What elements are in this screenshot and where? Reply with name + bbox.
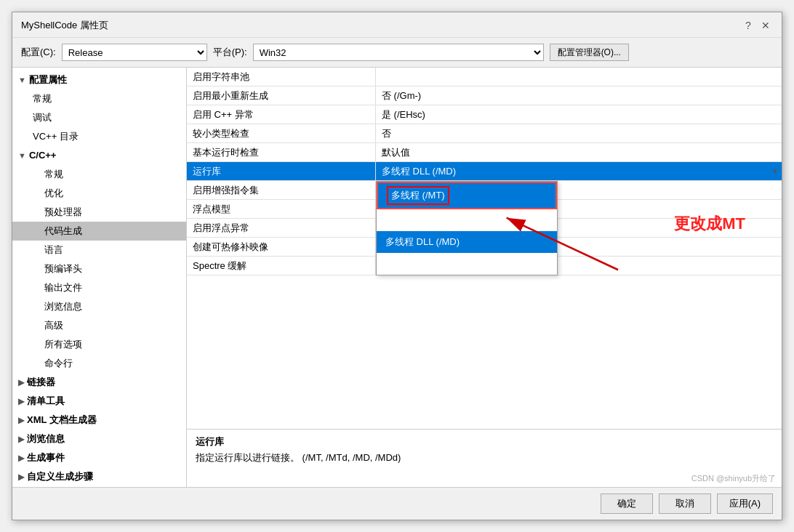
table-row[interactable]: 启用最小重新生成 否 (/Gm-)	[187, 86, 782, 105]
tree-item-cpp-precompile[interactable]: 预编译头	[12, 259, 186, 278]
tree-item-cpp-cmdline[interactable]: 命令行	[12, 354, 186, 373]
tree-item-cpp-all[interactable]: 所有选项	[12, 335, 186, 354]
expand-icon: ▼	[18, 72, 26, 88]
desc-text: 指定运行库以进行链接。 (/MT, /MTd, /MD, /MDd)	[196, 451, 773, 464]
table-row[interactable]: 启用 C++ 异常 是 (/EHsc)	[187, 105, 782, 124]
title-bar: MyShellCode 属性页 ? ✕	[12, 12, 782, 38]
tree-item-browse-info[interactable]: ▶ 浏览信息	[12, 430, 186, 448]
expand-cpp-icon: ▼	[18, 148, 26, 164]
platform-select[interactable]: Win32	[253, 44, 544, 61]
table-row[interactable]: 启用字符串池	[187, 68, 782, 86]
platform-label: 平台(P):	[213, 46, 247, 59]
tree-item-debug[interactable]: 调试	[12, 108, 186, 127]
tree-item-xml-gen[interactable]: ▶ XML 文档生成器	[12, 411, 186, 430]
runtime-dropdown: 多线程 (/MT) 多线程调试 (/MTd) 多线程 DLL (/MD) 多线程…	[376, 181, 558, 275]
ok-button[interactable]: 确定	[601, 493, 653, 514]
tree-item-manifest[interactable]: ▶ 清单工具	[12, 392, 186, 411]
dropdown-arrow-icon: ▼	[771, 167, 779, 175]
tree-item-linker[interactable]: ▶ 链接器	[12, 373, 186, 392]
tree-item-cpp-optimize[interactable]: 优化	[12, 184, 186, 203]
dropdown-item-mt[interactable]: 多线程 (/MT)	[377, 182, 557, 209]
dialog-title: MyShellCode 属性页	[21, 19, 108, 32]
tree-item-vc-dirs[interactable]: VC++ 目录	[12, 127, 186, 146]
property-table: 启用字符串池 启用最小重新生成 否 (/Gm-) 启用 C++ 异常 是 (/E…	[187, 68, 782, 429]
dropdown-item-md[interactable]: 多线程 DLL (/MD)	[377, 231, 557, 253]
right-panel: 启用字符串池 启用最小重新生成 否 (/Gm-) 启用 C++ 异常 是 (/E…	[187, 68, 782, 487]
tree-item-cpp-lang[interactable]: 语言	[12, 241, 186, 259]
expand-xml-icon: ▶	[18, 412, 24, 428]
dialog-footer: 确定 取消 应用(A)	[12, 487, 782, 520]
config-manager-button[interactable]: 配置管理器(O)...	[550, 44, 629, 61]
tree-item-cpp-browse[interactable]: 浏览信息	[12, 297, 186, 316]
dropdown-item-mtd[interactable]: 多线程调试 (/MTd)	[377, 209, 557, 231]
toolbar: 配置(C): Release 平台(P): Win32 配置管理器(O)...	[12, 38, 782, 67]
config-select[interactable]: Release	[62, 44, 207, 61]
expand-custom-icon: ▶	[18, 469, 24, 485]
expand-build-icon: ▶	[18, 450, 24, 466]
dropdown-item-mdd[interactable]: 多线程调试 DLL (/MDd)	[377, 253, 557, 275]
description-panel: 运行库 指定运行库以进行链接。 (/MT, /MTd, /MD, /MDd)	[187, 429, 782, 487]
config-label: 配置(C):	[21, 46, 56, 59]
runtime-library-row[interactable]: 运行库 多线程 DLL (/MD) ▼ 多线程 (/MT) 多线程调试 (/MT…	[187, 162, 782, 181]
apply-button[interactable]: 应用(A)	[717, 493, 773, 514]
main-content: ▼ 配置属性 常规 调试 VC++ 目录 ▼ C/C++ 常规 优化	[12, 67, 782, 487]
cancel-button[interactable]: 取消	[659, 493, 711, 514]
tree-item-cpp-codegen[interactable]: 代码生成	[12, 222, 186, 241]
tree-item-general[interactable]: 常规	[12, 89, 186, 108]
tree-item-build-events[interactable]: ▶ 生成事件	[12, 448, 186, 467]
left-tree-panel: ▼ 配置属性 常规 调试 VC++ 目录 ▼ C/C++ 常规 优化	[12, 68, 187, 487]
main-dialog: MyShellCode 属性页 ? ✕ 配置(C): Release 平台(P)…	[12, 12, 782, 520]
title-bar-buttons: ? ✕	[741, 18, 773, 33]
tree-item-cpp[interactable]: ▼ C/C++	[12, 146, 186, 165]
tree-item-config-props[interactable]: ▼ 配置属性	[12, 70, 186, 89]
table-row[interactable]: 基本运行时检查 默认值	[187, 143, 782, 162]
desc-title: 运行库	[196, 435, 773, 448]
tree-item-cpp-advanced[interactable]: 高级	[12, 316, 186, 335]
expand-browse-icon: ▶	[18, 431, 24, 447]
expand-linker-icon: ▶	[18, 374, 24, 390]
tree-item-custom-steps[interactable]: ▶ 自定义生成步骤	[12, 467, 186, 486]
tree-item-cpp-output[interactable]: 输出文件	[12, 278, 186, 297]
close-button[interactable]: ✕	[758, 18, 773, 33]
tree-item-cpp-general[interactable]: 常规	[12, 165, 186, 184]
table-row[interactable]: 较小类型检查 否	[187, 124, 782, 143]
expand-manifest-icon: ▶	[18, 393, 24, 409]
tree-item-cpp-preprocess[interactable]: 预处理器	[12, 203, 186, 222]
help-button[interactable]: ?	[741, 18, 755, 33]
